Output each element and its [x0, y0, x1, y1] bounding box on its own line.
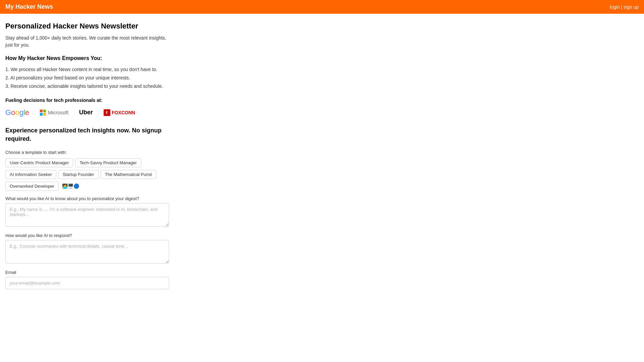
template-mathematical-purist[interactable]: The Mathematical Purist	[101, 170, 156, 179]
page-heading: Personalized Hacker News Newsletter	[5, 22, 169, 31]
template-user-centric-pm[interactable]: User-Centric Product Manager	[5, 158, 73, 167]
foxconn-logo: F FOXCONN	[104, 109, 135, 116]
template-label: Choose a template to start with:	[5, 150, 169, 155]
steps-list: 1. We process all Hacker News content in…	[5, 65, 169, 91]
response-label: How would you like AI to respond?	[5, 233, 169, 238]
how-section-heading: How My Hacker News Empowers You:	[5, 55, 169, 61]
template-ai-info-seeker[interactable]: AI Information Seeker	[5, 170, 56, 179]
response-textarea[interactable]	[5, 240, 169, 263]
step-2: 2. AI personalizes your feed based on yo…	[5, 74, 169, 82]
auth-links: login | sign up	[610, 4, 639, 10]
google-logo: Google	[5, 108, 29, 117]
company-logos: Google Microsoft Uber F FOXCONN	[5, 108, 169, 117]
template-buttons-row2: AI Information Seeker Startup Founder Th…	[5, 170, 169, 179]
auth-separator: |	[621, 4, 622, 10]
fueling-label: Fueling decisions for tech professionals…	[5, 98, 169, 103]
template-overworked-dev[interactable]: Overworked Developer	[5, 182, 59, 191]
template-buttons-row1: User-Centric Product Manager Tech-Savvy …	[5, 158, 169, 167]
template-buttons-row3: Overworked Developer 🧑‍💻🖥️🔵	[5, 182, 169, 191]
personalize-label: What would you like AI to know about you…	[5, 196, 169, 201]
template-tech-savvy-pm[interactable]: Tech-Savvy Product Manager	[75, 158, 141, 167]
step-3: 3. Receive concise, actionable insights …	[5, 82, 169, 90]
step-1: 1. We process all Hacker News content in…	[5, 65, 169, 74]
login-link[interactable]: login	[610, 4, 620, 10]
emoji-decorations: 🧑‍💻🖥️🔵	[62, 182, 79, 191]
microsoft-logo: Microsoft	[40, 110, 68, 116]
email-label: Email	[5, 270, 169, 275]
hero-subtitle: Stay ahead of 1,000+ daily tech stories.…	[5, 35, 169, 49]
top-header: My Hacker News login | sign up	[0, 0, 644, 14]
email-input[interactable]	[5, 277, 169, 289]
personalize-textarea[interactable]	[5, 203, 169, 227]
cta-heading: Experience personalized tech insights no…	[5, 126, 169, 143]
site-title: My Hacker News	[5, 3, 53, 10]
uber-logo: Uber	[79, 109, 93, 116]
main-content: Personalized Hacker News Newsletter Stay…	[0, 14, 174, 297]
template-startup-founder[interactable]: Startup Founder	[58, 170, 99, 179]
signup-link[interactable]: sign up	[624, 4, 639, 10]
